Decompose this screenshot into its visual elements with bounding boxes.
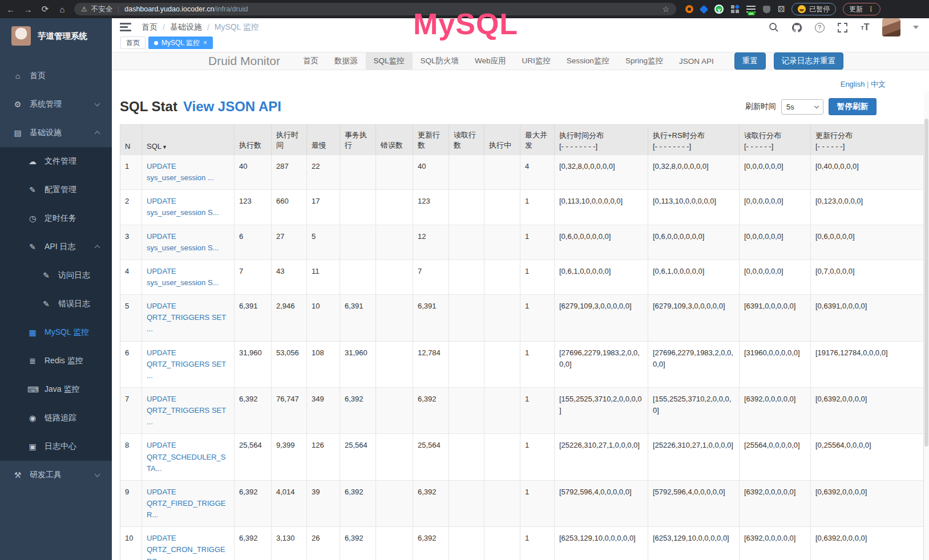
druid-nav-Web应用[interactable]: Web应用	[467, 52, 514, 70]
druid-nav-JSON API[interactable]: JSON API	[671, 52, 722, 70]
sidebar-item-redis[interactable]: ≣Redis 监控	[0, 347, 112, 375]
paused-badge[interactable]: 已暂停	[791, 3, 836, 15]
gear-icon: ⚙	[13, 100, 23, 109]
sort-desc-icon: ▼	[162, 144, 167, 150]
extension-y-icon[interactable]: y	[714, 5, 724, 14]
tab-MySQL 监控[interactable]: MySQL 监控×	[148, 36, 213, 49]
back-icon[interactable]: ←	[6, 5, 16, 14]
github-icon[interactable]	[791, 22, 802, 33]
sidebar-item-config[interactable]: ✎配置管理	[0, 176, 112, 204]
pause-refresh-button[interactable]: 暂停刷新	[829, 98, 877, 115]
user-avatar[interactable]	[882, 18, 900, 36]
sidebar-item-mysql[interactable]: ▦MySQL 监控	[0, 318, 112, 347]
fullscreen-icon[interactable]	[837, 22, 848, 33]
sql-link[interactable]: UPDATE QRTZ_SCHEDULER_STA...	[147, 441, 225, 472]
extension-spy-icon[interactable]	[763, 6, 770, 13]
extension-gem-icon[interactable]	[700, 5, 709, 14]
scrollbar-thumb[interactable]	[924, 119, 928, 447]
sql-link[interactable]: UPDATE QRTZ_TRIGGERS SET ...	[147, 395, 226, 426]
column-header[interactable]: 事务执行	[340, 125, 376, 155]
log-and-reset-button[interactable]: 记录日志并重置	[774, 52, 844, 70]
help-icon[interactable]: ?	[814, 22, 825, 33]
sql-link[interactable]: UPDATE sys_user_session S...	[147, 267, 219, 287]
sql-link[interactable]: UPDATE sys_user_session S...	[147, 232, 219, 252]
sql-link[interactable]: UPDATE QRTZ_FIRED_TRIGGER...	[147, 488, 225, 519]
scrollbar[interactable]	[924, 91, 929, 560]
sidebar-item-log-center[interactable]: ▣日志中心	[0, 432, 112, 461]
sidebar-item-error-log[interactable]: ✎错误日志	[0, 290, 112, 318]
column-header[interactable]: 最慢	[307, 125, 340, 155]
lang-english-link[interactable]: English	[841, 80, 865, 88]
druid-nav-SQL监控[interactable]: SQL监控	[366, 52, 413, 70]
extension-donut-icon[interactable]	[685, 5, 693, 13]
address-bar[interactable]: ⚠ 不安全 dashboard.yudao.iocoder.cn/infra/d…	[74, 3, 676, 15]
reset-button[interactable]: 重置	[734, 52, 766, 70]
monitor-icon: ▤	[13, 128, 23, 137]
druid-nav-Spring监控[interactable]: Spring监控	[617, 52, 671, 70]
sql-link[interactable]: UPDATE QRTZ_CRON_TRIGGERS...	[147, 534, 225, 560]
sql-link[interactable]: UPDATE sys_user_session S...	[147, 197, 219, 217]
topbar: 首页/基础设施/MySQL 监控 ? тT	[112, 18, 929, 36]
druid-nav-Session监控[interactable]: Session监控	[559, 52, 617, 70]
app-logo[interactable]: 芋道管理系统	[0, 18, 112, 54]
sidebar-item-system[interactable]: ⚙系统管理	[0, 90, 112, 119]
bookmark-star-icon[interactable]: ☆	[662, 5, 669, 14]
column-header[interactable]: 更新行分布[- - - - - -]	[811, 125, 924, 155]
search-icon[interactable]	[768, 22, 779, 33]
user-menu-caret-icon[interactable]	[913, 26, 919, 29]
tab-首页[interactable]: 首页	[120, 36, 146, 49]
sidebar-item-devtools[interactable]: ⚒研发工具	[0, 461, 112, 489]
sidebar-item-infra[interactable]: ▤基础设施	[0, 119, 112, 147]
table-row: 8UPDATE QRTZ_SCHEDULER_STA...25,5649,399…	[120, 434, 924, 480]
column-header[interactable]: N	[120, 125, 142, 155]
column-header[interactable]: 最大并发	[520, 125, 555, 155]
column-header[interactable]: 执行数	[235, 125, 272, 155]
column-header[interactable]: 执行中	[484, 125, 520, 155]
update-button[interactable]: 更新 ⋮	[843, 3, 880, 15]
sidebar-item-job[interactable]: ◷定时任务	[0, 204, 112, 233]
sidebar-item-java[interactable]: ⌨Java 监控	[0, 375, 112, 404]
column-header[interactable]: 读取行数	[449, 125, 484, 155]
sidebar-item-file[interactable]: ☁文件管理	[0, 147, 112, 176]
breadcrumb-item[interactable]: 首页	[142, 22, 157, 33]
druid-nav-SQL防火墙[interactable]: SQL防火墙	[413, 52, 467, 70]
column-header[interactable]: 执行+RS时分布[- - - - - - - -]	[648, 125, 740, 155]
close-icon[interactable]: ×	[203, 39, 207, 47]
column-header[interactable]: SQL▼	[142, 125, 235, 155]
column-header[interactable]: 执行时间	[272, 125, 307, 155]
druid-nav-URI监控[interactable]: URI监控	[514, 52, 559, 70]
sidebar-item-trace[interactable]: ◉链路追踪	[0, 404, 112, 432]
sql-link[interactable]: UPDATE QRTZ_TRIGGERS SET ...	[147, 348, 226, 380]
chevron-up-icon	[95, 245, 100, 251]
sidebar-item-home[interactable]: ⌂首页	[0, 62, 112, 90]
column-header[interactable]: 执行时间分布[- - - - - - - -]	[555, 125, 648, 155]
sql-link[interactable]: UPDATE sys_user_session ...	[147, 162, 214, 182]
access-log-icon: ✎	[41, 271, 51, 280]
extension-squares-icon[interactable]	[731, 5, 739, 13]
column-header[interactable]: 更新行数	[413, 125, 449, 155]
reload-icon[interactable]: ⟳	[40, 4, 50, 14]
browser-home-icon[interactable]: ⌂	[57, 5, 67, 14]
extensions-puzzle-icon[interactable]: ⚄	[778, 5, 785, 14]
sidebar-item-label: 错误日志	[58, 299, 90, 309]
column-header-range: [- - - - - -]	[815, 142, 919, 151]
hamburger-icon[interactable]	[120, 23, 132, 32]
forward-icon[interactable]: →	[23, 5, 33, 14]
sidebar-item-label: 研发工具	[30, 470, 62, 480]
sql-link[interactable]: UPDATE QRTZ_TRIGGERS SET ...	[147, 302, 226, 333]
view-json-api-link[interactable]: View JSON API	[183, 99, 281, 115]
druid-nav-首页[interactable]: 首页	[295, 52, 326, 70]
column-header[interactable]: 错误数	[376, 125, 413, 155]
font-size-icon[interactable]: тT	[859, 22, 871, 33]
druid-nav-数据源[interactable]: 数据源	[326, 52, 366, 70]
refresh-interval-select[interactable]: 5s	[781, 99, 823, 115]
more-menu-icon[interactable]: ⋮	[867, 5, 874, 13]
breadcrumb-item[interactable]: 基础设施	[170, 22, 202, 33]
extension-list-icon[interactable]: on	[746, 6, 756, 13]
column-header[interactable]: 读取行分布[- - - - - -]	[740, 125, 811, 155]
page-title: SQL Stat	[120, 99, 177, 115]
sidebar-item-access-log[interactable]: ✎访问日志	[0, 261, 112, 290]
sidebar-item-api-log[interactable]: ✎API 日志	[0, 233, 112, 261]
druid-brand: Druid Monitor	[208, 54, 280, 68]
lang-chinese-link[interactable]: 中文	[871, 80, 886, 88]
